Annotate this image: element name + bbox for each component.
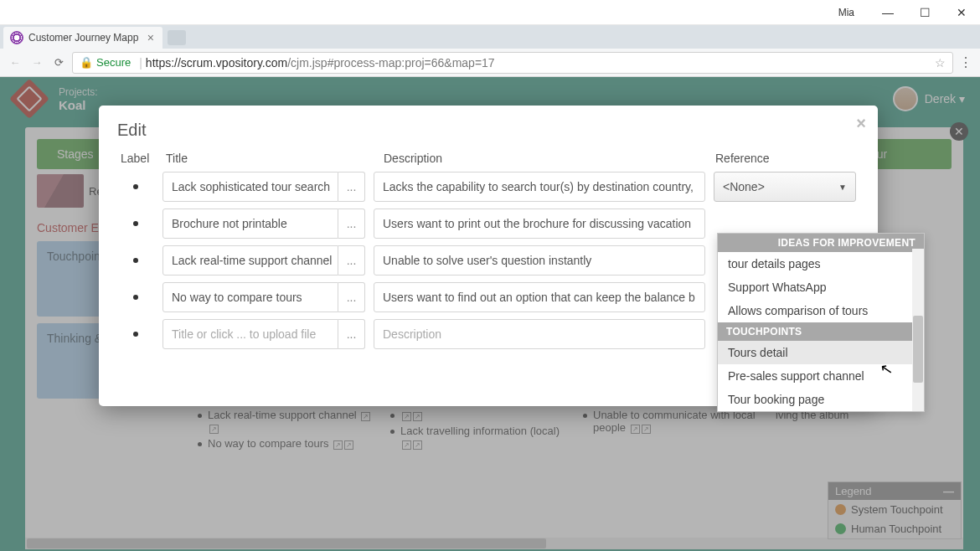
- reference-value: <None>: [723, 180, 765, 193]
- title-input[interactable]: Title or click ... to upload file: [162, 319, 338, 349]
- dropdown-group-header: IDEAS FOR IMPROVEMENT: [718, 234, 924, 252]
- dropdown-scrollbar[interactable]: [912, 249, 924, 411]
- back-button[interactable]: ←: [7, 54, 23, 71]
- dropdown-group-header: TOUCHPOINTS: [718, 322, 924, 341]
- window-user: Mia: [838, 7, 854, 18]
- window-titlebar: Mia — ☐ ✕: [0, 0, 980, 25]
- upload-button[interactable]: ...: [338, 245, 365, 276]
- modal-close-button[interactable]: ×: [856, 114, 866, 133]
- edit-modal: × Edit Label Title Description Reference…: [99, 106, 878, 406]
- secure-badge: 🔒 Secure: [80, 56, 131, 69]
- upload-button[interactable]: ...: [338, 319, 365, 349]
- tab-close-icon[interactable]: ×: [147, 31, 154, 44]
- title-input[interactable]: Brochure not printable: [162, 209, 338, 239]
- upload-button[interactable]: ...: [338, 209, 365, 239]
- scrollbar-thumb[interactable]: [913, 316, 923, 383]
- row-bullet-icon: [117, 221, 154, 226]
- separator: |: [139, 56, 142, 70]
- browser-toolbar: ← → ⟳ 🔒 Secure | https://scrum.vpository…: [0, 49, 980, 77]
- reload-button[interactable]: ⟳: [50, 54, 67, 71]
- new-tab-button[interactable]: [168, 30, 186, 45]
- modal-title: Edit: [117, 121, 859, 140]
- browser-menu-button[interactable]: ⋮: [958, 54, 973, 70]
- bookmark-star-icon[interactable]: ☆: [935, 56, 946, 70]
- dropdown-item[interactable]: Support WhatsApp: [718, 276, 924, 299]
- dropdown-item[interactable]: Allows comparison of tours: [718, 299, 924, 322]
- browser-tab-strip: Customer Journey Mapp ×: [0, 25, 980, 49]
- secure-label: Secure: [96, 56, 131, 69]
- url-host: https://scrum.vpository.com: [146, 56, 287, 70]
- dropdown-item[interactable]: tour details pages: [718, 252, 924, 276]
- upload-button[interactable]: ...: [338, 172, 365, 202]
- browser-tab[interactable]: Customer Journey Mapp ×: [3, 27, 162, 49]
- col-label: Label: [121, 152, 166, 165]
- col-title: Title: [166, 152, 384, 165]
- window-minimize-button[interactable]: —: [869, 0, 906, 25]
- reference-dropdown-panel: IDEAS FOR IMPROVEMENT tour details pages…: [717, 233, 925, 412]
- description-input[interactable]: Unable to solve user's question instantl…: [374, 245, 705, 276]
- description-input[interactable]: Users want to find out an option that ca…: [374, 282, 705, 312]
- row-bullet-icon: [117, 258, 154, 263]
- tab-title: Customer Journey Mapp: [28, 32, 138, 44]
- col-description: Description: [384, 152, 715, 165]
- description-input[interactable]: Users want to print out the brochure for…: [374, 209, 705, 239]
- dropdown-item[interactable]: Tour booking page: [718, 388, 924, 411]
- title-input[interactable]: Lack sophisticated tour search: [162, 172, 338, 202]
- row-bullet-icon: [117, 184, 154, 189]
- description-input[interactable]: Lacks the capability to search tour(s) b…: [374, 172, 705, 202]
- window-maximize-button[interactable]: ☐: [906, 0, 943, 25]
- favicon-icon: [10, 31, 23, 44]
- window-close-button[interactable]: ✕: [943, 0, 980, 25]
- grid-header: Label Title Description Reference: [117, 152, 859, 165]
- address-bar[interactable]: 🔒 Secure | https://scrum.vpository.com/c…: [72, 52, 953, 74]
- row-bullet-icon: [117, 295, 154, 300]
- url-path: /cjm.jsp#process-map:proj=66&map=17: [287, 56, 494, 70]
- caret-down-icon: ▼: [838, 183, 847, 192]
- title-input[interactable]: No way to compare tours: [162, 282, 338, 312]
- forward-button[interactable]: →: [28, 54, 45, 71]
- dropdown-item[interactable]: Tours detail: [718, 341, 924, 364]
- description-input[interactable]: Description: [374, 319, 705, 349]
- app-viewport: Projects: Koal Derek ▾ ✕ Stages Post-Tou…: [0, 77, 980, 551]
- table-row: Lack sophisticated tour search ... Lacks…: [117, 172, 859, 202]
- reference-dropdown[interactable]: <None>▼: [714, 172, 856, 202]
- lock-icon: 🔒: [80, 56, 93, 69]
- upload-button[interactable]: ...: [338, 282, 365, 312]
- col-reference: Reference: [715, 152, 859, 165]
- title-input[interactable]: Lack real-time support channel: [162, 245, 338, 276]
- row-bullet-icon: [117, 332, 154, 337]
